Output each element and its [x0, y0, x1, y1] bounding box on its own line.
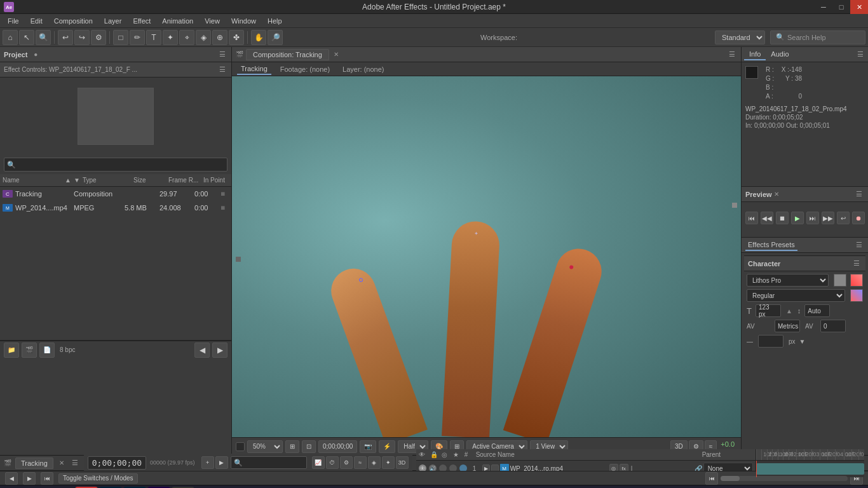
project-item-tracking[interactable]: C Tracking Composition 29.97 0:00 ⏹ — [0, 187, 231, 201]
go-first-button[interactable]: ⏮ — [745, 212, 758, 224]
redo-button[interactable]: ↪ — [74, 30, 90, 45]
undo-button[interactable]: ↩ — [58, 30, 73, 45]
project-search-input[interactable] — [18, 161, 224, 168]
comp-tab-close[interactable]: ✕ — [332, 50, 341, 59]
preview-close-button[interactable]: ✕ — [772, 190, 781, 199]
zoom-tool-button[interactable]: 🔎 — [268, 30, 283, 45]
prev-frame-button[interactable]: ◀◀ — [761, 212, 773, 224]
leading-value[interactable]: Auto — [804, 304, 830, 317]
fps-button[interactable]: ⚡ — [379, 440, 395, 453]
record-button[interactable]: ⏺ — [852, 212, 865, 224]
stop-button[interactable]: ⏹ — [776, 212, 789, 224]
menu-view[interactable]: View — [200, 16, 225, 26]
motion-blur-tl-button[interactable]: ≈ — [354, 456, 367, 469]
expand-all-button[interactable]: ◀ — [5, 472, 18, 485]
font-style-select[interactable]: Regular — [747, 289, 845, 302]
loop-button[interactable]: ↩ — [837, 212, 850, 224]
search-tool-button[interactable]: 🔍 — [36, 30, 51, 45]
effects-menu-button[interactable]: ☰ — [854, 240, 864, 250]
layer-tab-button[interactable]: Layer: (none) — [339, 64, 388, 74]
preview-menu-button[interactable]: ☰ — [854, 189, 864, 200]
home-tool-button[interactable]: ⌂ — [3, 30, 18, 45]
menu-help[interactable]: Help — [262, 16, 287, 26]
font-family-select[interactable]: Lithos Pro — [747, 274, 829, 287]
minimize-button[interactable]: ─ — [815, 0, 832, 14]
scroll-right-button[interactable]: ▶ — [212, 342, 227, 358]
clone-tool-button[interactable]: ⌖ — [179, 30, 194, 45]
graph-editor-button[interactable]: 📈 — [312, 456, 325, 469]
camera-button[interactable]: 📷 — [360, 440, 376, 453]
timeline-timecode[interactable]: 0;00;00;00 — [88, 456, 146, 470]
close-button[interactable]: ✕ — [850, 0, 868, 14]
frame-blending-button[interactable]: ◈ — [368, 456, 381, 469]
scroll-thumb[interactable] — [721, 476, 740, 481]
render-queue-button[interactable]: ▶ — [215, 456, 228, 469]
draft-button[interactable]: ✦ — [382, 456, 395, 469]
toggle-switches-button[interactable]: Toggle Switches / Modes — [58, 473, 138, 484]
project-item-mp4[interactable]: M WP_2014....mp4 MPEG 5.8 MB 24.008 0:00… — [0, 201, 231, 215]
effect-controls-menu-button[interactable]: ☰ — [217, 65, 227, 75]
footage-tab-button[interactable]: Footage: (none) — [276, 64, 334, 74]
timeline-search-input[interactable] — [243, 459, 304, 466]
time-remap-button[interactable]: ⏱ — [326, 456, 339, 469]
fit-button[interactable]: ⊞ — [285, 440, 299, 453]
menu-effect[interactable]: Effect — [128, 16, 156, 26]
timeline-menu-button[interactable]: ☰ — [70, 458, 80, 468]
menu-layer[interactable]: Layer — [99, 16, 127, 26]
timeline-search-box[interactable]: 🔍 — [231, 456, 307, 469]
info-menu-button[interactable]: ☰ — [855, 50, 865, 60]
eraser-tool-button[interactable]: ◈ — [196, 30, 211, 45]
info-tab-button[interactable]: Info — [744, 49, 766, 60]
menu-composition[interactable]: Composition — [49, 16, 98, 26]
frame-step-button[interactable]: ⏮ — [41, 472, 53, 485]
layer-switches-button[interactable]: ⚙ — [340, 456, 353, 469]
audio-tab-button[interactable]: Audio — [766, 49, 794, 60]
menu-window[interactable]: Window — [226, 16, 261, 26]
roto-tool-button[interactable]: ⊕ — [212, 30, 227, 45]
new-item-button[interactable]: 📄 — [39, 342, 55, 358]
render-button[interactable]: ⚙ — [91, 30, 106, 45]
kerning-select[interactable]: Metrics — [775, 320, 800, 332]
comp-tab-button[interactable]: Tracking — [237, 64, 271, 75]
timeline-ruler-track[interactable]: 10f 20f 01:00F 10f 20f 02:00F 10f 20f 03… — [756, 449, 864, 461]
3d-layer-button[interactable]: 3D — [396, 456, 409, 469]
search-help-box[interactable]: 🔍 Search Help — [770, 30, 865, 44]
puppet-tool-button[interactable]: ✤ — [229, 30, 244, 45]
tracking-value[interactable]: 0 — [820, 320, 846, 332]
scroll-to-start-button[interactable]: ⏮ — [705, 472, 718, 485]
project-search-box[interactable]: 🔍 — [4, 158, 227, 172]
menu-animation[interactable]: Animation — [157, 16, 198, 26]
pen-tool-button[interactable]: ✏ — [130, 30, 145, 45]
next-frame-button[interactable]: ▶▶ — [822, 212, 834, 224]
character-tab[interactable]: Character — [748, 260, 780, 268]
maximize-button[interactable]: □ — [832, 0, 850, 14]
select-tool-button[interactable]: ↖ — [19, 30, 34, 45]
rect-tool-button[interactable]: □ — [113, 30, 128, 45]
scroll-left-button[interactable]: ◀ — [194, 342, 210, 358]
timeline-tab-close[interactable]: ✕ — [57, 459, 66, 468]
timeline-comp-tab[interactable]: Tracking — [15, 458, 53, 469]
brush-tool-button[interactable]: ✦ — [163, 30, 178, 45]
new-comp-button[interactable]: 🎬 — [22, 342, 37, 358]
menu-file[interactable]: File — [3, 16, 24, 26]
playhead[interactable] — [756, 461, 757, 477]
workspace-select[interactable]: Standard — [715, 30, 765, 44]
text-tool-button[interactable]: T — [146, 30, 161, 45]
comp-menu-button[interactable]: ☰ — [727, 50, 737, 60]
menu-edit[interactable]: Edit — [25, 16, 48, 26]
effects-presets-tab[interactable]: Effects Presets — [745, 240, 797, 251]
layer-1-track-bar[interactable] — [756, 463, 864, 475]
go-last-button[interactable]: ⏭ — [806, 212, 819, 224]
character-menu-button[interactable]: ☰ — [851, 259, 862, 269]
new-folder-button[interactable]: 📁 — [4, 342, 19, 358]
baseline-value[interactable] — [758, 335, 783, 348]
zoom-select[interactable]: 50% 100% — [247, 440, 283, 453]
collapse-all-button[interactable]: ▶ — [23, 472, 36, 485]
composition-tab[interactable]: Composition: Tracking — [246, 49, 329, 60]
font-size-value[interactable]: 123 px — [756, 304, 781, 317]
hand-tool-button[interactable]: ✋ — [251, 30, 266, 45]
scroll-bar[interactable] — [721, 476, 848, 481]
new-layer-button[interactable]: + — [201, 456, 214, 469]
pixel-aspect-button[interactable]: ⊡ — [302, 440, 316, 453]
play-button[interactable]: ▶ — [791, 212, 804, 224]
